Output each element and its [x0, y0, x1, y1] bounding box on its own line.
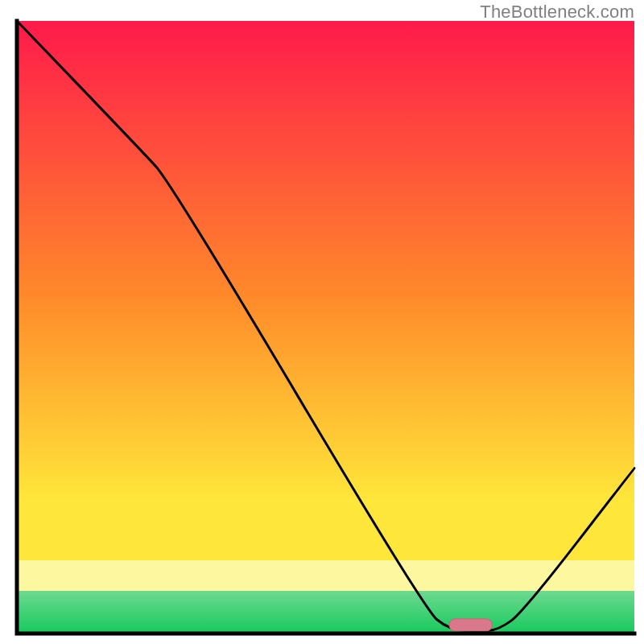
chart-background: [17, 21, 634, 634]
optimum-marker: [449, 619, 493, 631]
bottleneck-chart: [0, 0, 644, 644]
